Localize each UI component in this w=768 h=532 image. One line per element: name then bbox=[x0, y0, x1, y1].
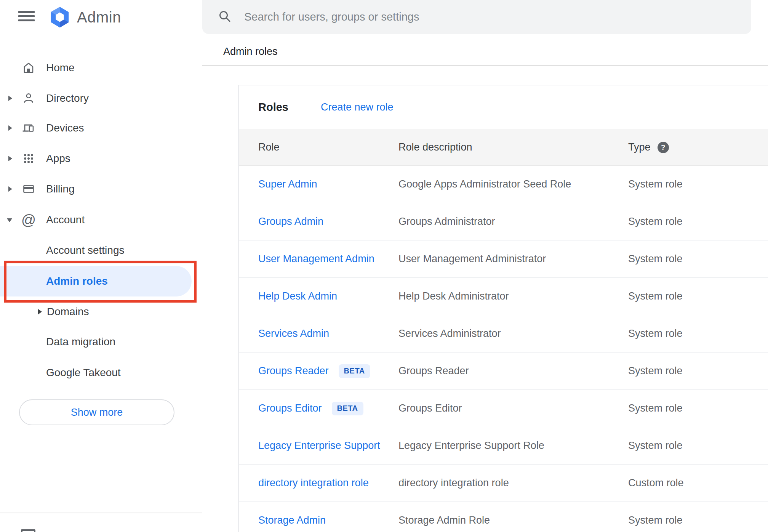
role-type: System role bbox=[628, 514, 683, 526]
expand-arrow-icon[interactable] bbox=[8, 186, 12, 192]
role-type: System role bbox=[628, 328, 683, 340]
expand-arrow-icon[interactable] bbox=[8, 125, 12, 131]
sidebar-item-billing[interactable]: Billing bbox=[0, 174, 202, 204]
column-header-description: Role description bbox=[398, 141, 472, 153]
sidebar-item-data-migration[interactable]: Data migration bbox=[0, 327, 202, 357]
table-row: Legacy Enterprise Support Legacy Enterpr… bbox=[239, 427, 768, 465]
table-row: Storage Admin Storage Admin Role System … bbox=[239, 502, 768, 532]
role-description: Groups Administrator bbox=[398, 216, 495, 227]
sidebar: Admin Home Directory bbox=[0, 0, 202, 532]
sidebar-item-label: Home bbox=[46, 53, 75, 83]
roles-panel: Roles Create new role Role Role descript… bbox=[238, 85, 768, 532]
table-row: Groups Editor BETA Groups Editor System … bbox=[239, 390, 768, 427]
column-header-role: Role bbox=[258, 141, 280, 153]
devices-icon bbox=[21, 113, 36, 143]
breadcrumb: Admin roles bbox=[223, 46, 278, 58]
role-link[interactable]: Groups Editor bbox=[258, 402, 322, 414]
table-header-row: Role Role description Type ? bbox=[239, 129, 768, 166]
person-icon bbox=[21, 83, 36, 114]
table-row: User Management Admin User Management Ad… bbox=[239, 240, 768, 278]
role-link[interactable]: User Management Admin bbox=[258, 253, 374, 265]
show-more-button[interactable]: Show more bbox=[19, 399, 174, 425]
table-row: Super Admin Google Apps Administrator Se… bbox=[239, 166, 768, 203]
sidebar-item-label: Devices bbox=[46, 113, 84, 143]
sidebar-item-label: Directory bbox=[46, 83, 89, 114]
sidebar-item-home[interactable]: Home bbox=[0, 53, 202, 83]
role-description: Storage Admin Role bbox=[398, 514, 490, 526]
search-input[interactable] bbox=[244, 11, 740, 23]
roles-panel-header: Roles Create new role bbox=[239, 85, 768, 129]
cutoff-nav-icon bbox=[21, 529, 35, 532]
home-icon bbox=[21, 53, 36, 83]
role-type: System role bbox=[628, 402, 683, 414]
role-link[interactable]: Storage Admin bbox=[258, 514, 326, 526]
role-description: Groups Editor bbox=[398, 402, 462, 414]
sidebar-item-label: Data migration bbox=[46, 327, 115, 357]
column-header-type: Type bbox=[628, 141, 651, 153]
collapse-arrow-icon[interactable] bbox=[7, 218, 12, 222]
apps-grid-icon bbox=[21, 143, 36, 174]
header-divider bbox=[202, 65, 768, 66]
role-type: System role bbox=[628, 365, 683, 377]
credit-card-icon bbox=[21, 174, 36, 204]
expand-arrow-icon[interactable] bbox=[38, 309, 42, 314]
expand-arrow-icon[interactable] bbox=[8, 96, 12, 101]
role-link[interactable]: Legacy Enterprise Support bbox=[258, 440, 380, 452]
admin-logo: Admin bbox=[48, 5, 121, 29]
sidebar-item-domains[interactable]: Domains bbox=[0, 296, 202, 327]
sidebar-item-label: Google Takeout bbox=[46, 357, 121, 388]
admin-hexagon-icon bbox=[48, 5, 72, 29]
role-type: System role bbox=[628, 290, 683, 302]
sidebar-bottom-divider bbox=[0, 513, 202, 513]
role-description: Legacy Enterprise Support Role bbox=[398, 440, 544, 451]
sidebar-item-label: Account bbox=[46, 205, 85, 235]
at-sign-icon: @ bbox=[21, 205, 36, 235]
role-link[interactable]: directory integration role bbox=[258, 477, 369, 489]
admin-logo-text: Admin bbox=[77, 9, 121, 26]
role-link[interactable]: Groups Admin bbox=[258, 216, 323, 228]
role-type: System role bbox=[628, 253, 683, 265]
table-row: Groups Reader BETA Groups Reader System … bbox=[239, 353, 768, 390]
role-type: System role bbox=[628, 216, 683, 228]
menu-icon[interactable] bbox=[18, 11, 35, 21]
search-bar[interactable] bbox=[202, 0, 751, 34]
role-link[interactable]: Services Admin bbox=[258, 328, 329, 340]
sidebar-item-directory[interactable]: Directory bbox=[0, 83, 202, 114]
role-description: directory integration role bbox=[398, 477, 509, 489]
sidebar-item-label: Apps bbox=[46, 143, 70, 174]
sidebar-item-label: Domains bbox=[47, 296, 89, 327]
sidebar-item-account[interactable]: @ Account bbox=[0, 205, 202, 235]
role-description: Google Apps Administrator Seed Role bbox=[398, 178, 571, 190]
sidebar-item-devices[interactable]: Devices bbox=[0, 113, 202, 143]
role-type: Custom role bbox=[628, 477, 684, 489]
brand-bar: Admin bbox=[0, 0, 202, 35]
beta-badge: BETA bbox=[332, 402, 363, 415]
role-description: User Management Administrator bbox=[398, 253, 546, 264]
create-new-role-link[interactable]: Create new role bbox=[321, 101, 394, 113]
panel-title: Roles bbox=[258, 101, 288, 114]
role-link[interactable]: Super Admin bbox=[258, 178, 317, 190]
role-description: Services Administrator bbox=[398, 328, 501, 339]
table-row: Help Desk Admin Help Desk Administrator … bbox=[239, 278, 768, 315]
role-link[interactable]: Groups Reader bbox=[258, 365, 329, 377]
sidebar-item-label: Billing bbox=[46, 174, 75, 204]
table-row: Services Admin Services Administrator Sy… bbox=[239, 315, 768, 353]
sidebar-item-apps[interactable]: Apps bbox=[0, 143, 202, 174]
table-row: Groups Admin Groups Administrator System… bbox=[239, 203, 768, 240]
sidebar-item-google-takeout[interactable]: Google Takeout bbox=[0, 357, 202, 388]
search-icon bbox=[218, 9, 232, 25]
role-link[interactable]: Help Desk Admin bbox=[258, 290, 337, 302]
role-type: System role bbox=[628, 178, 683, 190]
role-description: Groups Reader bbox=[398, 365, 469, 377]
table-row: directory integration role directory int… bbox=[239, 465, 768, 502]
beta-badge: BETA bbox=[339, 364, 370, 378]
expand-arrow-icon[interactable] bbox=[8, 156, 12, 161]
help-icon[interactable]: ? bbox=[658, 142, 669, 153]
role-type: System role bbox=[628, 440, 683, 452]
role-description: Help Desk Administrator bbox=[398, 290, 509, 302]
